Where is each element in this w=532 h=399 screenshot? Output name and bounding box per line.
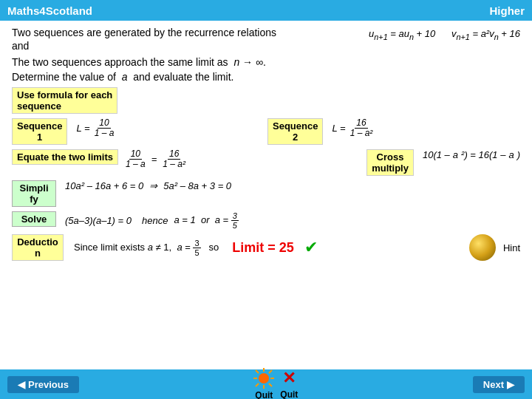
nav-bar: ◀ Previous Quit ✕ Quit Ne bbox=[0, 369, 532, 399]
solve-section: Solve (5a–3)(a–1) = 0 hence a = 1 or a =… bbox=[12, 211, 520, 230]
limit-text: The two sequences approach the same limi… bbox=[12, 56, 520, 68]
cross-formula: 10(1 – a²) = 16(1 – a) bbox=[423, 149, 520, 160]
limit-result: Limit = 25 bbox=[232, 240, 294, 256]
header-title: Maths4Scotland bbox=[7, 4, 92, 17]
equate-formula: 10 1 – a = 16 1 – a² bbox=[124, 149, 187, 169]
sequence1-label: Sequence1 bbox=[12, 118, 67, 145]
previous-button[interactable]: ◀ Previous bbox=[7, 376, 79, 393]
quit-label-1: Quit bbox=[255, 390, 273, 399]
cross-label: Crossmultiply bbox=[366, 149, 414, 176]
use-formula-section: Use formula for eachsequence bbox=[12, 87, 520, 114]
quit-label-2: Quit bbox=[280, 389, 298, 399]
svg-line-5 bbox=[256, 370, 259, 373]
quit-button-2[interactable]: ✕ Quit bbox=[280, 369, 298, 399]
solve-label: Solve bbox=[12, 211, 56, 227]
header-right: Higher bbox=[489, 4, 525, 17]
sequences-row: Sequence1 L = 10 1 – a Sequence2 L = 16 … bbox=[12, 118, 520, 145]
recurrence-formula-1: un+1 = aun + 10 vn+1 = a²vn + 16 bbox=[369, 28, 520, 41]
next-label: Next bbox=[483, 379, 504, 390]
svg-line-6 bbox=[269, 383, 272, 386]
sequence2-formula: L = 16 1 – a² bbox=[332, 118, 374, 138]
svg-point-0 bbox=[259, 373, 269, 383]
use-formula-label: Use formula for eachsequence bbox=[12, 87, 117, 114]
next-button[interactable]: Next ▶ bbox=[473, 376, 525, 393]
previous-label: Previous bbox=[28, 379, 69, 390]
x-icon: ✕ bbox=[282, 369, 296, 388]
hint-label[interactable]: Hint bbox=[503, 242, 520, 253]
nav-center: Quit ✕ Quit bbox=[253, 368, 298, 399]
arrow-left-icon: ◀ bbox=[18, 379, 25, 390]
checkmark-icon: ✔ bbox=[304, 238, 318, 257]
quit-button-1[interactable]: Quit bbox=[253, 368, 274, 399]
top-formulas: un+1 = aun + 10 vn+1 = a²vn + 16 bbox=[369, 28, 520, 41]
simplify-label: Simplify bbox=[12, 180, 56, 207]
main-content: Two sequences are generated by the recur… bbox=[0, 21, 532, 271]
sunburst-icon bbox=[253, 368, 274, 389]
intro-line2: and bbox=[12, 40, 276, 52]
svg-line-8 bbox=[256, 383, 259, 386]
intro-line1: Two sequences are generated by the recur… bbox=[12, 27, 276, 38]
arrow-right-icon: ▶ bbox=[507, 379, 514, 390]
header-bar: Maths4Scotland Higher bbox=[0, 0, 532, 21]
sequence2-label: Sequence2 bbox=[267, 118, 323, 145]
deduction-section: Deduction Since limit exists a ≠ 1, a = … bbox=[12, 234, 520, 261]
equate-label: Equate the two limits bbox=[12, 149, 118, 165]
deduction-text: Since limit exists a ≠ 1, a = 3 5 so bbox=[74, 239, 219, 257]
svg-line-7 bbox=[269, 370, 272, 373]
equate-section: Equate the two limits 10 1 – a = 16 1 – … bbox=[12, 149, 520, 176]
solve-formula: (5a–3)(a–1) = 0 hence a = 1 or a = 35 bbox=[65, 211, 239, 230]
ball-decoration bbox=[469, 234, 496, 261]
simplify-formula: 10a² – 16a + 6 = 0 ⇒ 5a² – 8a + 3 = 0 bbox=[65, 180, 231, 191]
deduction-label: Deduction bbox=[12, 234, 64, 261]
determine-text: Determine the value of a and evaluate th… bbox=[12, 71, 520, 83]
sequence1-formula: L = 10 1 – a bbox=[76, 118, 115, 138]
simplify-section: Simplify 10a² – 16a + 6 = 0 ⇒ 5a² – 8a +… bbox=[12, 180, 520, 207]
